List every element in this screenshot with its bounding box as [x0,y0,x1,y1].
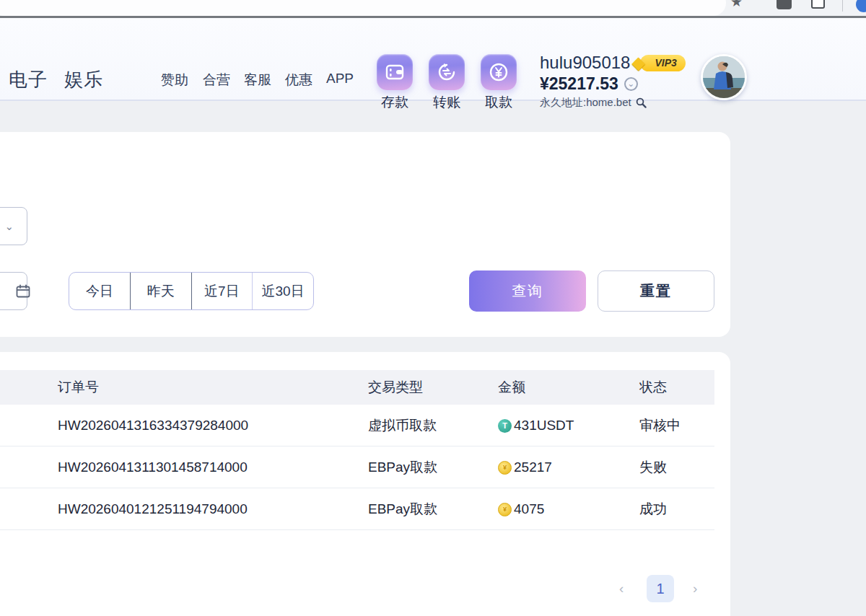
search-icon[interactable] [636,97,647,108]
col-status: 状态 [639,378,667,397]
pagination-next-icon[interactable]: › [693,581,697,597]
balance-amount: ¥25217.53 [540,74,618,94]
nav-item-app[interactable]: APP [326,71,354,87]
calendar-icon[interactable] [15,283,31,299]
nav-item-electronic[interactable]: 电子 [9,67,48,92]
quick-date-range-group: 今日 昨天 近7日 近30日 [69,272,314,310]
deposit-button[interactable]: 存款 [372,54,418,112]
username: hulu905018 [540,53,630,73]
order-number: HW2026041316334379284000 [58,405,248,446]
status-badge: 成功 [639,488,667,530]
nav-item-support[interactable]: 客服 [244,71,271,89]
nav-item-promotions[interactable]: 优惠 [285,71,312,89]
range-yesterday-button[interactable]: 昨天 [131,273,192,309]
status-badge: 审核中 [639,405,681,446]
withdraw-icon [481,54,517,90]
pagination-page-1[interactable]: 1 [647,575,674,602]
balance-expand-icon[interactable]: ⌄ [624,77,638,91]
withdraw-button[interactable]: 取款 [476,54,522,112]
bookmark-star-icon[interactable]: ★ [730,0,745,9]
toolbar-divider [842,0,843,12]
col-transaction-type: 交易类型 [368,378,423,397]
nav-item-sponsor[interactable]: 赞助 [161,71,188,89]
amount-value: 431USDT [514,418,574,434]
range-7days-button[interactable]: 近7日 [192,273,253,309]
transfer-icon [429,54,465,90]
vip-level-label: VIP3 [655,57,676,69]
amount-cell: 25217 [498,446,552,488]
window-icon[interactable] [811,0,825,9]
query-button[interactable]: 查询 [469,270,586,312]
withdraw-label: 取款 [476,93,522,112]
records-panel: 订单号 交易类型 金额 状态 HW2026041316334379284000 … [0,352,730,616]
user-info: hulu905018 ◆ VIP3 ¥25217.53 ⌄ 永久地址:home.… [540,53,686,110]
usdt-coin-icon [498,419,512,433]
range-30days-button[interactable]: 近30日 [253,273,313,309]
diamond-icon: ◆ [631,53,644,73]
amount-cell: 4075 [498,488,544,530]
order-number: HW2026041311301458714000 [58,446,248,488]
table-header: 订单号 交易类型 金额 状态 [0,370,714,405]
nav-item-partnership[interactable]: 合营 [203,71,230,89]
table-row[interactable]: HW2026040121251194794000 EBPay取款 4075 成功 [0,488,714,530]
transaction-type: EBPay取款 [368,488,437,530]
transfer-label: 转账 [424,93,470,112]
range-today-button[interactable]: 今日 [69,273,131,309]
gold-coin-icon [498,461,512,475]
site-header: 电子 娱乐 赞助 合营 客服 优惠 APP 存款 [0,18,866,101]
extension-icon[interactable] [777,0,792,9]
col-order-number: 订单号 [58,378,99,397]
deposit-label: 存款 [372,93,418,112]
vip-badge[interactable]: ◆ VIP3 [640,55,685,71]
transaction-type: 虚拟币取款 [368,405,437,446]
col-amount: 金额 [498,378,525,397]
user-avatar[interactable] [701,54,747,100]
gold-coin-icon [498,503,512,516]
address-bar[interactable] [0,0,726,16]
reset-button[interactable]: 重置 [598,270,714,312]
transfer-button[interactable]: 转账 [424,54,470,112]
nav-item-entertainment[interactable]: 娱乐 [64,67,103,92]
pagination-prev-icon[interactable]: ‹ [619,581,624,597]
browser-profile-avatar[interactable] [856,0,866,12]
date-range-input[interactable]: 3 [0,272,27,310]
amount-value: 25217 [514,459,552,475]
filter-panel: ⌄ 3 今日 昨天 近7日 近30日 查询 重置 [0,132,730,337]
transaction-type: EBPay取款 [368,446,437,488]
browser-toolbar: ★ [0,0,866,16]
permanent-address: 永久地址:home.bet [540,96,631,110]
amount-value: 4075 [514,501,544,517]
pagination: ‹ 1 › [0,575,714,602]
amount-cell: 431USDT [498,405,574,446]
transaction-type-select[interactable]: ⌄ [0,207,27,245]
chevron-down-icon: ⌄ [4,220,14,233]
table-row[interactable]: HW2026041311301458714000 EBPay取款 25217 失… [0,446,714,488]
wallet-icon [377,54,413,90]
table-row[interactable]: HW2026041316334379284000 虚拟币取款 431USDT 审… [0,405,714,446]
order-number: HW2026040121251194794000 [58,488,248,530]
app-window: ★ 电子 娱乐 赞助 合营 客服 优惠 APP 存款 [0,0,866,616]
status-badge: 失败 [639,446,667,488]
